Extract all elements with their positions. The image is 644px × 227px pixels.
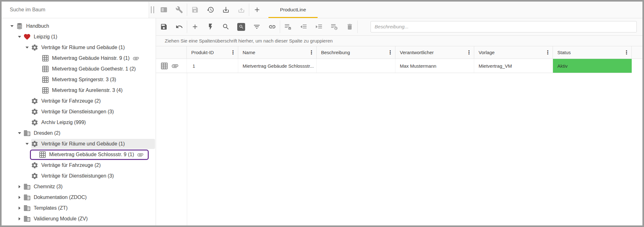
tree-item[interactable]: Mietvertrag für Aurelienstr. 3 (4) bbox=[2, 85, 156, 96]
top-bar: ProductLine bbox=[2, 2, 642, 18]
gear-icon bbox=[31, 97, 39, 105]
restore-button[interactable] bbox=[203, 2, 218, 18]
database-icon bbox=[16, 22, 23, 30]
header-beschreibung[interactable]: Beschreibung bbox=[317, 46, 395, 59]
chevron-expanded-icon[interactable] bbox=[16, 36, 23, 38]
column-menu-icon[interactable] bbox=[624, 50, 629, 55]
tree-item[interactable]: Handbuch bbox=[2, 21, 156, 31]
grid-link-button[interactable] bbox=[264, 18, 280, 36]
plus-icon bbox=[253, 6, 261, 14]
grid-save-button[interactable] bbox=[156, 18, 171, 36]
tree-item[interactable]: Verträge für Dienstleistungen (3) bbox=[2, 171, 156, 181]
tree-item[interactable]: Verträge für Dienstleistungen (3) bbox=[2, 106, 156, 117]
chevron-expanded-icon[interactable] bbox=[9, 25, 15, 27]
tree-item[interactable]: Mietvertrag Springerstr. 3 (3) bbox=[2, 74, 156, 85]
tree-item-label: Verträge für Fahrzeuge (2) bbox=[41, 98, 101, 104]
chevron-expanded-icon[interactable] bbox=[16, 132, 23, 134]
grid-row-history-button[interactable] bbox=[326, 18, 342, 36]
cell-name[interactable]: Mietvertrag Gebäude Schlossstr... bbox=[238, 59, 317, 73]
wrench-icon bbox=[175, 6, 183, 14]
tree-item[interactable]: Dresden (2) bbox=[2, 128, 156, 139]
chevron-collapsed-icon[interactable] bbox=[16, 207, 23, 210]
header-vorlage[interactable]: Vorlage bbox=[474, 46, 553, 59]
chevron-collapsed-icon[interactable] bbox=[16, 217, 23, 220]
tree-item-label: Mietvertrag für Aurelienstr. 3 (4) bbox=[52, 88, 123, 93]
grid-collapse-rows-button[interactable] bbox=[296, 18, 311, 36]
tree-item[interactable]: Leipzig (1) bbox=[2, 31, 156, 42]
column-menu-icon[interactable] bbox=[230, 50, 235, 55]
chevron-expanded-icon[interactable] bbox=[24, 143, 31, 145]
tree-item-label: Mietvertrag Gebäude Hainstr. 9 (1) bbox=[52, 55, 129, 61]
restore-icon bbox=[207, 6, 214, 14]
tree-item[interactable]: Verträge für Räume und Gebäude (1) bbox=[2, 42, 156, 53]
attachment-icon bbox=[132, 55, 140, 62]
tree-item[interactable]: Mietvertrag Gebäude Schlossstr. 9 (1) bbox=[2, 149, 156, 160]
cell-beschreibung[interactable] bbox=[317, 59, 395, 73]
download-button[interactable] bbox=[218, 2, 233, 18]
tree-search-input[interactable] bbox=[2, 7, 149, 13]
grid-save-rows-button[interactable] bbox=[280, 18, 296, 36]
status-badge[interactable]: Aktiv bbox=[553, 59, 632, 73]
grid-toolbar bbox=[156, 18, 642, 36]
building-icon bbox=[23, 183, 31, 190]
grid-icon bbox=[42, 54, 49, 62]
gear-icon bbox=[31, 140, 39, 148]
save-layout-button[interactable] bbox=[187, 2, 203, 18]
group-by-panel[interactable]: Ziehen Sie eine Spaltenüberschrift hierh… bbox=[156, 36, 642, 46]
form-view-button[interactable] bbox=[156, 2, 171, 18]
header-status[interactable]: Status bbox=[553, 46, 632, 59]
tree-item-label: Handbuch bbox=[26, 23, 49, 29]
grid-add-row-button[interactable] bbox=[187, 18, 203, 36]
cell-vorlage[interactable]: Mietvertrag_VM bbox=[474, 59, 553, 73]
grid-delete-button[interactable] bbox=[342, 18, 357, 36]
upload-button[interactable] bbox=[233, 2, 249, 18]
column-menu-icon[interactable] bbox=[545, 50, 550, 55]
description-filter-input[interactable] bbox=[371, 21, 637, 32]
cell-verantwortlicher[interactable]: Max Mustermann bbox=[395, 59, 474, 73]
gear-icon bbox=[31, 108, 39, 116]
column-menu-icon[interactable] bbox=[466, 50, 471, 55]
header-produkt-id[interactable]: Produkt-ID bbox=[187, 46, 238, 59]
column-menu-icon[interactable] bbox=[388, 50, 393, 55]
grid-icon bbox=[41, 76, 49, 83]
tree-item[interactable]: Verträge für Räume und Gebäude (1) bbox=[2, 139, 156, 149]
tree-item[interactable]: Templates (ZT) bbox=[2, 203, 156, 213]
chevron-expanded-icon[interactable] bbox=[24, 47, 31, 48]
attachment-icon bbox=[137, 151, 144, 158]
grid-search-panel-button[interactable] bbox=[233, 18, 249, 36]
building-icon bbox=[23, 129, 31, 137]
chevron-collapsed-icon[interactable] bbox=[16, 196, 23, 199]
tree-item[interactable]: Chemnitz (3) bbox=[2, 181, 156, 192]
tab-productline[interactable]: ProductLine bbox=[268, 2, 318, 18]
grid-undo-button[interactable] bbox=[171, 18, 187, 36]
header-verantwortlicher[interactable]: Verantwortlicher bbox=[395, 46, 474, 59]
tree-item[interactable]: Mietvertrag Gebäude Goethestr. 1 (2) bbox=[2, 64, 156, 74]
column-menu-icon[interactable] bbox=[309, 50, 314, 55]
wrench-button[interactable] bbox=[171, 2, 187, 18]
splitter-handle-icon[interactable] bbox=[151, 6, 154, 13]
cell-produkt-id[interactable]: 1 bbox=[187, 59, 238, 73]
active-tab-underline bbox=[268, 17, 318, 18]
tree-item[interactable]: Verträge für Fahrzeuge (2) bbox=[2, 96, 156, 106]
grid-flash-button[interactable] bbox=[203, 18, 218, 36]
gear-icon bbox=[31, 140, 38, 148]
row-icons-cell[interactable] bbox=[156, 59, 187, 73]
table-row[interactable]: 1 Mietvertrag Gebäude Schlossstr... Max … bbox=[156, 59, 632, 73]
grid-indent-rows-button[interactable] bbox=[311, 18, 326, 36]
tree-item-label: Mietvertrag Gebäude Goethestr. 1 (2) bbox=[52, 66, 136, 72]
chevron-collapsed-icon[interactable] bbox=[16, 185, 23, 188]
header-name[interactable]: Name bbox=[238, 46, 317, 59]
gear-icon bbox=[31, 162, 38, 169]
gear-icon bbox=[31, 172, 38, 180]
tree-item[interactable]: Mietvertrag Gebäude Hainstr. 9 (1) bbox=[2, 53, 156, 64]
tree-item[interactable]: Verträge für Fahrzeuge (2) bbox=[2, 160, 156, 171]
tree-item[interactable]: Dokumentation (ZDOC) bbox=[2, 192, 156, 203]
save-icon bbox=[160, 23, 168, 31]
grid-filter-button[interactable] bbox=[249, 18, 264, 36]
tree-item[interactable]: Archiv Leipzig (999) bbox=[2, 117, 156, 128]
grid-search-button[interactable] bbox=[218, 18, 233, 36]
annotation-outline-box: Mietvertrag Gebäude Schlossstr. 9 (1) bbox=[30, 150, 149, 160]
tree-item[interactable]: Validierung Module (ZV) bbox=[2, 213, 156, 224]
building-icon bbox=[23, 204, 31, 212]
add-tab-button[interactable] bbox=[249, 2, 265, 18]
